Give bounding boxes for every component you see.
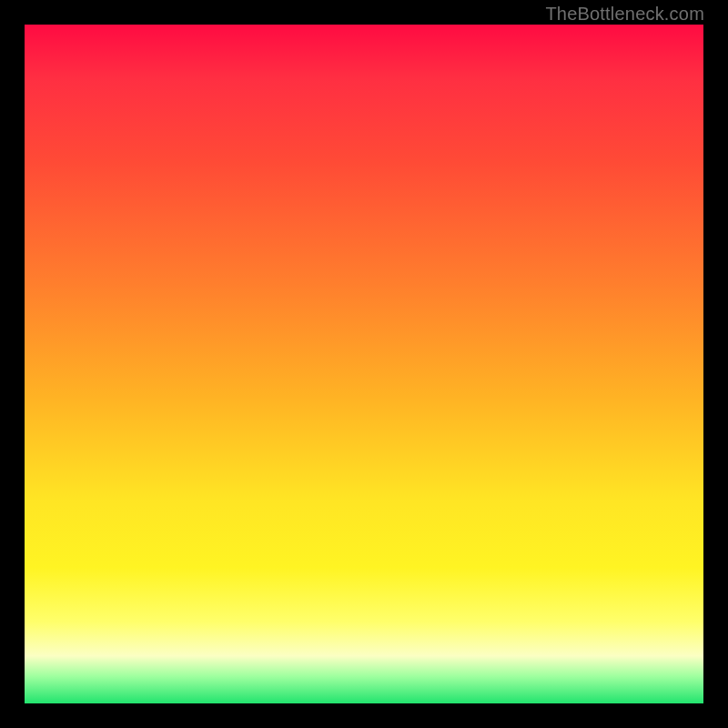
attribution-watermark: TheBottleneck.com <box>545 4 704 25</box>
chart-frame: TheBottleneck.com <box>0 0 728 728</box>
plot-area <box>25 25 703 703</box>
gradient-background <box>25 25 703 703</box>
